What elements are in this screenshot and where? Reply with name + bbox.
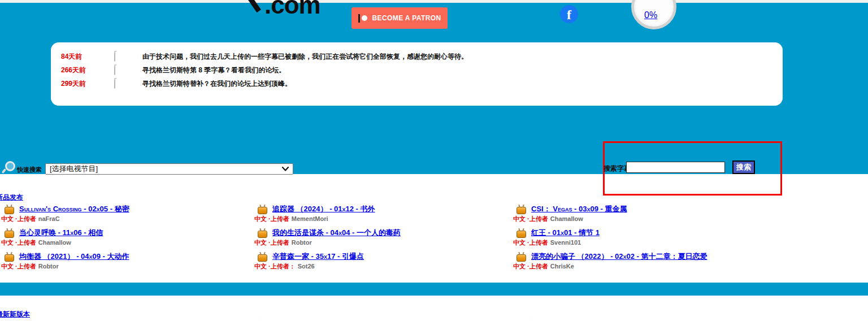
news-note-icon (114, 64, 115, 75)
release-uploader: Robtor (292, 239, 312, 246)
release-item: CSI： Vegas - 03x09 - 重金属 中文 ·上传者Chamallo… (513, 204, 765, 223)
release-link[interactable]: 红王 - 01x01 - 情节 1 (531, 228, 600, 238)
site-logo[interactable]: .com (264, 0, 320, 19)
release-item: 漂亮的小骗子 （2022） - 02x02 - 第十二章：夏日恋爱 中文 ·上传… (513, 251, 765, 271)
release-language: 中文 ·上传者 (513, 239, 548, 246)
quick-search-label: 快速搜索 (17, 166, 42, 174)
announcement-icon-cell (114, 65, 142, 75)
search-icon (2, 161, 15, 173)
releases-column-middle: 追踪器 （2024） - 01x12 - 书外 中文 ·上传者MementMor… (254, 204, 506, 275)
release-item: 均衡器 （2021） - 04x09 - 大动作 中文 ·上传者Robtor (1, 251, 253, 271)
release-item: 追踪器 （2024） - 01x12 - 书外 中文 ·上传者MementMor… (254, 204, 506, 223)
subtitle-search-input[interactable] (626, 162, 725, 173)
release-link[interactable]: 我的生活是谋杀 - 04x04 - 一个人的毒药 (272, 228, 401, 238)
section-divider-band (0, 283, 868, 296)
announcement-icon-cell (114, 79, 142, 89)
tv-icon (258, 207, 267, 214)
release-uploader: naFraC (38, 215, 60, 222)
subtitle-site-page: { "header": { "logo_text": ".com", "patr… (0, 0, 868, 321)
release-uploader: MementMori (292, 215, 328, 222)
patreon-icon-bar (358, 14, 360, 23)
announcement-row: 299天前 寻找格兰切斯特替补？在我们的论坛上达到顶峰。 (51, 77, 783, 90)
release-language: 中文 ·上传者 (254, 239, 289, 246)
become-a-patron-button[interactable]: BECOME A PATRON (351, 7, 448, 29)
release-uploader: Sot26 (298, 263, 315, 270)
release-language: 中文 ·上传者 (1, 215, 36, 222)
show-select-dropdown[interactable]: [选择电视节目] (45, 163, 293, 175)
announcement-date: 266天前 (61, 66, 114, 75)
release-link[interactable]: 追踪器 （2024） - 01x12 - 书外 (272, 204, 375, 214)
tv-icon (517, 254, 526, 262)
release-item: 红王 - 01x01 - 情节 1 中文 ·上传者Svenni101 (513, 228, 765, 247)
release-language: 中文 ·上传者 (513, 263, 548, 270)
release-language: 中文 ·上传者 (1, 239, 36, 246)
release-uploader: ChrisKe (550, 263, 574, 270)
donation-progress-link[interactable]: 0% (644, 10, 657, 20)
release-uploader: Robtor (38, 263, 59, 270)
release-link[interactable]: 当心灵呼唤 - 11x06 - 相信 (19, 228, 103, 238)
release-link[interactable]: Sullivan's Crossing - 02x05 - 秘密 (19, 204, 129, 214)
release-uploader: Chamallow (38, 239, 71, 246)
release-link[interactable]: CSI： Vegas - 03x09 - 重金属 (531, 204, 627, 214)
releases-column-right: CSI： Vegas - 03x09 - 重金属 中文 ·上传者Chamallo… (513, 204, 765, 275)
announcement-row: 84天前 由于技术问题，我们过去几天上传的一些字幕已被删除，我们正在尝试将它们全… (51, 50, 783, 63)
release-link[interactable]: 漂亮的小骗子 （2022） - 02x02 - 第十二章：夏日恋爱 (531, 251, 708, 262)
announcement-text: 寻找格兰切斯特第 8 季字幕？看看我们的论坛。 (142, 66, 285, 75)
patreon-icon (358, 14, 367, 23)
news-note-icon (114, 78, 115, 89)
release-language: 中文 ·上传者 (254, 215, 289, 222)
announcements-card: 84天前 由于技术问题，我们过去几天上传的一些字幕已被删除，我们正在尝试将它们全… (51, 42, 783, 106)
release-uploader: Chamallow (550, 215, 583, 222)
release-link[interactable]: 均衡器 （2021） - 04x09 - 大动作 (19, 251, 129, 262)
tv-icon (5, 231, 14, 238)
announcement-row: 266天前 寻找格兰切斯特第 8 季字幕？看看我们的论坛。 (51, 63, 783, 77)
search-icon-glass (5, 161, 15, 171)
tv-icon (258, 254, 267, 262)
announcement-date: 84天前 (61, 52, 114, 62)
release-item: Sullivan's Crossing - 02x05 - 秘密 中文 ·上传者… (1, 204, 253, 223)
announcement-text: 由于技术问题，我们过去几天上传的一些字幕已被删除，我们正在尝试将它们全部恢复，感… (142, 52, 468, 62)
search-icon-handle (2, 168, 7, 173)
release-link[interactable]: 辛普森一家 - 35x17 - 引爆点 (272, 251, 364, 262)
release-language: 中文 ·上传者 (1, 263, 36, 270)
releases-column-left: Sullivan's Crossing - 02x05 - 秘密 中文 ·上传者… (1, 204, 253, 275)
announcement-text: 寻找格兰切斯特替补？在我们的论坛上达到顶峰。 (142, 79, 292, 89)
tv-icon (5, 207, 14, 214)
tv-icon (517, 231, 526, 238)
release-language: 中文 ·上传者 (513, 215, 548, 222)
announcement-date: 299天前 (61, 79, 114, 89)
chevron-down-icon (282, 167, 289, 171)
release-item: 辛普森一家 - 35x17 - 引爆点 中文 ·上传者：Sot26 (254, 251, 506, 271)
release-item: 当心灵呼唤 - 11x06 - 相信 中文 ·上传者Chamallow (1, 228, 253, 247)
latest-versions-heading[interactable]: 最新新版本 (0, 310, 30, 319)
tv-icon (517, 207, 526, 214)
facebook-icon[interactable]: f (560, 5, 578, 23)
release-item: 我的生活是谋杀 - 04x04 - 一个人的毒药 中文 ·上传者Robtor (254, 228, 506, 247)
new-releases-heading[interactable]: 新品发布 (0, 193, 23, 202)
patron-button-label: BECOME A PATRON (372, 14, 441, 22)
news-note-icon (114, 51, 115, 62)
tv-icon (258, 231, 267, 238)
announcement-icon-cell (114, 51, 142, 62)
show-select-value: [选择电视节目] (50, 164, 98, 174)
tv-icon (5, 254, 14, 262)
release-language: 中文 ·上传者： (254, 263, 296, 270)
subtitle-search-button[interactable]: 搜索 (732, 160, 755, 174)
release-uploader: Svenni101 (550, 239, 581, 246)
patreon-icon-dot (362, 15, 367, 21)
